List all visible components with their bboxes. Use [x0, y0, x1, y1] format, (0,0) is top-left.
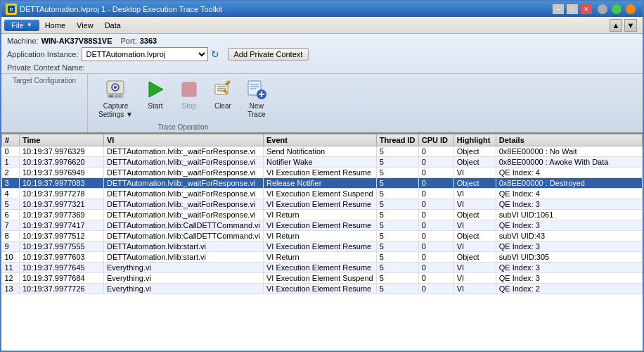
- data-table-container[interactable]: # Time VI Event Thread ID CPU ID Highlig…: [1, 134, 643, 352]
- cell-time: 10:19:37.9977417: [20, 220, 104, 231]
- cell-thread-id: 5: [376, 189, 418, 199]
- cell-event: Notifier Wake: [264, 157, 377, 168]
- cell-event: VI Execution Element Resume: [264, 199, 377, 210]
- cell-num: 8: [2, 231, 20, 241]
- cell-highlight: VI: [453, 199, 496, 210]
- stop-button[interactable]: Stop: [173, 75, 205, 113]
- svg-point-4: [114, 86, 117, 89]
- col-vi: VI: [104, 134, 264, 146]
- col-details: Details: [496, 134, 642, 146]
- config-row3: Private Context Name:: [7, 63, 637, 72]
- table-row[interactable]: 310:19:37.9977083DETTAutomation.lvlib:_w…: [2, 178, 643, 189]
- cell-details: QE Index: 3: [496, 273, 642, 284]
- cell-details: QE Index: 4: [496, 168, 642, 178]
- cell-num: 0: [2, 146, 20, 157]
- cell-thread-id: 5: [376, 157, 418, 168]
- cell-highlight: VI: [453, 220, 496, 231]
- trace-operation-section: CaptureSettings ▼ Start: [88, 74, 278, 132]
- cell-highlight: VI: [453, 168, 496, 178]
- start-button[interactable]: Start: [139, 75, 172, 113]
- cell-num: 5: [2, 199, 20, 210]
- cell-details: subVI UID:43: [496, 231, 642, 241]
- data-menu[interactable]: Data: [99, 20, 127, 31]
- cell-num: 11: [2, 263, 20, 273]
- app-instance-select[interactable]: DETTAutomation.lvproj: [82, 47, 208, 61]
- trace-operation-label: Trace Operation: [94, 123, 273, 132]
- new-trace-button[interactable]: NewTrace: [240, 75, 273, 122]
- cell-num: 2: [2, 168, 20, 178]
- nav-up-button[interactable]: ▲: [610, 19, 622, 32]
- cell-thread-id: 5: [376, 284, 418, 294]
- start-icon: [144, 78, 167, 101]
- ribbon: Machine: WIN-AK37V88S1VE Port: 3363 Appl…: [1, 34, 643, 134]
- close-button[interactable]: ✕: [581, 4, 592, 14]
- table-row[interactable]: 210:19:37.9976949DETTAutomation.lvlib:_w…: [2, 168, 643, 178]
- cell-highlight: Object: [453, 252, 496, 263]
- titlebar-controls: ─ □ ✕: [553, 4, 592, 14]
- table-row[interactable]: 1010:19:37.9977603DETTAutomation.lvlib:s…: [2, 252, 643, 263]
- table-row[interactable]: 1110:19:37.9977645Everything.viVI Execut…: [2, 263, 643, 273]
- col-time: Time: [20, 134, 104, 146]
- add-private-context-button[interactable]: Add Private Context: [228, 48, 309, 61]
- status-dot-orange: [626, 4, 636, 14]
- cell-highlight: Object: [453, 231, 496, 241]
- cell-time: 10:19:37.9976620: [20, 157, 104, 168]
- private-context-label: Private Context Name:: [7, 63, 85, 72]
- capture-settings-button[interactable]: CaptureSettings ▼: [94, 75, 138, 122]
- cell-num: 13: [2, 284, 20, 294]
- clear-button[interactable]: Clear: [207, 75, 239, 113]
- cell-vi: DETTAutomation.lvlib:_waitForResponse.vi: [104, 210, 264, 220]
- table-row[interactable]: 810:19:37.9977512DETTAutomation.lvlib:Ca…: [2, 231, 643, 241]
- col-event: Event: [264, 134, 377, 146]
- cell-thread-id: 5: [376, 146, 418, 157]
- cell-num: 3: [2, 178, 20, 189]
- table-header-row: # Time VI Event Thread ID CPU ID Highlig…: [2, 134, 643, 146]
- refresh-button[interactable]: ↻: [211, 49, 219, 60]
- table-row[interactable]: 610:19:37.9977369DETTAutomation.lvlib:_w…: [2, 210, 643, 220]
- table-row[interactable]: 1310:19:37.9977726Everything.viVI Execut…: [2, 284, 643, 294]
- new-trace-icon: [245, 78, 268, 101]
- menubar: File Home View Data ▲ ▼: [1, 17, 643, 34]
- file-menu[interactable]: File: [4, 20, 39, 31]
- port-label: Port:: [121, 37, 137, 45]
- cell-event: Send Notification: [264, 146, 377, 157]
- table-row[interactable]: 1210:19:37.9977684Everything.viVI Execut…: [2, 273, 643, 284]
- view-menu[interactable]: View: [71, 20, 99, 31]
- cell-event: VI Execution Element Resume: [264, 168, 377, 178]
- cell-cpu-id: 0: [418, 210, 453, 220]
- cell-highlight: VI: [453, 284, 496, 294]
- cell-event: VI Execution Element Suspend: [264, 189, 377, 199]
- cell-details: subVI UID:305: [496, 252, 642, 263]
- table-row[interactable]: 510:19:37.9977321DETTAutomation.lvlib:_w…: [2, 199, 643, 210]
- cell-event: Release Notifier: [264, 178, 377, 189]
- svg-rect-7: [115, 96, 122, 97]
- app-instance-container: DETTAutomation.lvproj: [82, 47, 208, 61]
- cell-thread-id: 5: [376, 252, 418, 263]
- trace-table: # Time VI Event Thread ID CPU ID Highlig…: [1, 134, 643, 294]
- cell-num: 6: [2, 210, 20, 220]
- cell-highlight: Object: [453, 146, 496, 157]
- cell-vi: DETTAutomation.lvlib:_waitForResponse.vi: [104, 199, 264, 210]
- home-menu[interactable]: Home: [39, 20, 71, 31]
- cell-event: VI Execution Element Resume: [264, 284, 377, 294]
- table-row[interactable]: 110:19:37.9976620DETTAutomation.lvlib:_w…: [2, 157, 643, 168]
- cell-highlight: VI: [453, 273, 496, 284]
- minimize-button[interactable]: ─: [553, 4, 564, 14]
- cell-details: QE Index: 3: [496, 263, 642, 273]
- cell-thread-id: 5: [376, 178, 418, 189]
- cell-time: 10:19:37.9977369: [20, 210, 104, 220]
- cell-highlight: VI: [453, 263, 496, 273]
- maximize-button[interactable]: □: [567, 4, 578, 14]
- nav-down-button[interactable]: ▼: [624, 19, 637, 32]
- cell-thread-id: 5: [376, 199, 418, 210]
- cell-cpu-id: 0: [418, 252, 453, 263]
- table-row[interactable]: 910:19:37.9977555DETTAutomation.lvlib:st…: [2, 241, 643, 252]
- cell-num: 7: [2, 220, 20, 231]
- cell-thread-id: 5: [376, 210, 418, 220]
- cell-details: QE Index: 3: [496, 199, 642, 210]
- target-config-label: Target Configuration: [13, 75, 76, 84]
- table-row[interactable]: 410:19:37.9977278DETTAutomation.lvlib:_w…: [2, 189, 643, 199]
- table-row[interactable]: 710:19:37.9977417DETTAutomation.lvlib:Ca…: [2, 220, 643, 231]
- cell-vi: DETTAutomation.lvlib:CallDETTCommand.vi: [104, 220, 264, 231]
- table-row[interactable]: 010:19:37.9976329DETTAutomation.lvlib:_w…: [2, 146, 643, 157]
